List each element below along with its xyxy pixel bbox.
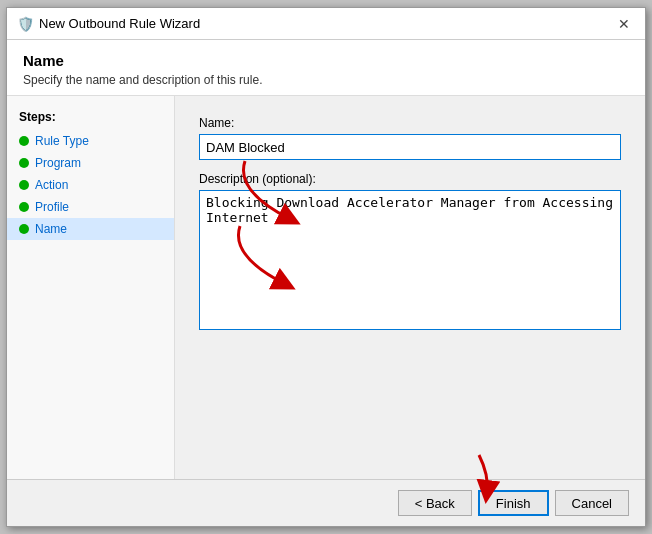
name-input[interactable] bbox=[199, 134, 621, 160]
sidebar-item-name-label: Name bbox=[35, 222, 67, 236]
content-area: Steps: Rule Type Program Action Profile bbox=[7, 96, 645, 479]
sidebar-item-profile[interactable]: Profile bbox=[7, 196, 174, 218]
name-group: Name: bbox=[199, 116, 621, 160]
description-label: Description (optional): bbox=[199, 172, 621, 186]
sidebar-item-action[interactable]: Action bbox=[7, 174, 174, 196]
footer-buttons: < Back Finish Cancel bbox=[398, 490, 629, 516]
sidebar-item-profile-label: Profile bbox=[35, 200, 69, 214]
header-title: Name bbox=[23, 52, 629, 69]
sidebar: Steps: Rule Type Program Action Profile bbox=[7, 96, 175, 479]
step-dot-3 bbox=[19, 180, 29, 190]
sidebar-item-action-label: Action bbox=[35, 178, 68, 192]
title-bar: 🛡️ New Outbound Rule Wizard ✕ bbox=[7, 8, 645, 40]
back-button[interactable]: < Back bbox=[398, 490, 472, 516]
close-button[interactable]: ✕ bbox=[613, 13, 635, 35]
dialog-title: New Outbound Rule Wizard bbox=[39, 16, 200, 31]
header-section: Name Specify the name and description of… bbox=[7, 40, 645, 96]
header-subtitle: Specify the name and description of this… bbox=[23, 73, 629, 87]
sidebar-item-program[interactable]: Program bbox=[7, 152, 174, 174]
step-dot-4 bbox=[19, 202, 29, 212]
step-dot-2 bbox=[19, 158, 29, 168]
step-dot-1 bbox=[19, 136, 29, 146]
name-label: Name: bbox=[199, 116, 621, 130]
sidebar-item-ruletype-label: Rule Type bbox=[35, 134, 89, 148]
sidebar-item-ruletype[interactable]: Rule Type bbox=[7, 130, 174, 152]
sidebar-item-program-label: Program bbox=[35, 156, 81, 170]
main-panel: Name: Description (optional): bbox=[175, 96, 645, 479]
footer: < Back Finish Cancel bbox=[7, 479, 645, 526]
dialog-window: 🛡️ New Outbound Rule Wizard ✕ Name Speci… bbox=[6, 7, 646, 527]
cancel-button[interactable]: Cancel bbox=[555, 490, 629, 516]
finish-button[interactable]: Finish bbox=[478, 490, 549, 516]
description-input[interactable] bbox=[199, 190, 621, 330]
sidebar-item-name[interactable]: Name bbox=[7, 218, 174, 240]
title-bar-left: 🛡️ New Outbound Rule Wizard bbox=[17, 16, 200, 32]
description-group: Description (optional): bbox=[199, 172, 621, 330]
step-dot-5 bbox=[19, 224, 29, 234]
wizard-icon: 🛡️ bbox=[17, 16, 33, 32]
steps-label: Steps: bbox=[7, 106, 174, 130]
dialog-body: Name Specify the name and description of… bbox=[7, 40, 645, 526]
